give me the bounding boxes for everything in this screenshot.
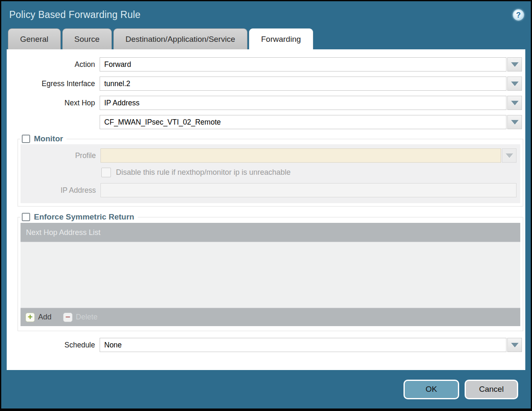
schedule-dropdown-button[interactable] (507, 338, 522, 352)
profile-label: Profile (21, 151, 96, 160)
dialog-titlebar: Policy Based Forwarding Rule ? (1, 1, 531, 28)
monitor-ip-address-combo (100, 183, 517, 197)
action-input[interactable] (100, 57, 506, 71)
minus-icon: − (63, 313, 72, 322)
chevron-down-icon (511, 101, 519, 105)
disable-rule-checkbox (101, 168, 111, 177)
profile-dropdown-button (502, 148, 517, 163)
profile-row: Profile (21, 148, 517, 163)
help-icon[interactable]: ? (513, 9, 524, 20)
monitor-ip-address-label: IP Address (21, 186, 96, 195)
monitor-legend: Monitor (21, 134, 67, 143)
delete-button-label: Delete (76, 313, 98, 322)
next-hop-combo (100, 96, 522, 110)
cancel-button[interactable]: Cancel (465, 380, 518, 399)
delete-button: − Delete (63, 313, 98, 322)
tab-source[interactable]: Source (62, 28, 112, 49)
next-hop-address-combo (100, 115, 522, 129)
add-button[interactable]: + Add (26, 313, 51, 322)
tab-destination-application-service[interactable]: Destination/Application/Service (113, 28, 247, 49)
profile-combo (100, 148, 517, 163)
symmetric-return-group: Enforce Symmetric Return Next Hop Addres… (18, 212, 523, 331)
symmetric-return-legend-label: Enforce Symmetric Return (34, 212, 134, 222)
schedule-row: Schedule (7, 338, 522, 352)
chevron-down-icon (511, 343, 519, 347)
next-hop-address-row (7, 115, 522, 129)
chevron-down-icon (511, 62, 519, 67)
schedule-label: Schedule (7, 341, 95, 350)
action-label: Action (7, 60, 95, 69)
table-header-next-hop-address-list: Next Hop Address List (21, 223, 520, 242)
action-combo (100, 57, 522, 71)
monitor-ip-address-input (100, 183, 517, 197)
monitor-legend-label: Monitor (34, 134, 63, 143)
forwarding-tab-panel: Action Egress Interface Next Hop (7, 49, 525, 370)
disable-rule-label: Disable this rule if nexthop/monitor ip … (116, 168, 290, 177)
enforce-symmetric-return-checkbox[interactable] (22, 213, 30, 221)
dialog-footer: OK Cancel (1, 370, 531, 408)
next-hop-dropdown-button[interactable] (507, 96, 522, 110)
table-toolbar: + Add − Delete (21, 308, 520, 326)
tab-general[interactable]: General (8, 28, 61, 49)
next-hop-label: Next Hop (7, 99, 95, 107)
chevron-down-icon (506, 153, 513, 158)
dialog-title: Policy Based Forwarding Rule (9, 9, 141, 20)
tab-bar: General Source Destination/Application/S… (1, 28, 531, 49)
schedule-input[interactable] (100, 338, 506, 352)
monitor-fields: Profile Disable this rule if nexthop/mon… (21, 144, 520, 203)
chevron-down-icon (511, 82, 519, 86)
symmetric-return-legend: Enforce Symmetric Return (21, 212, 138, 222)
disable-rule-row: Disable this rule if nexthop/monitor ip … (21, 168, 520, 177)
tab-forwarding[interactable]: Forwarding (249, 28, 313, 49)
monitor-checkbox[interactable] (22, 135, 30, 143)
add-button-label: Add (38, 313, 51, 322)
profile-input (100, 148, 501, 163)
plus-icon: + (26, 313, 35, 322)
monitor-group: Monitor Profile Disable this rule if nex… (18, 134, 523, 207)
egress-interface-input[interactable] (100, 77, 506, 91)
next-hop-address-dropdown-button[interactable] (507, 115, 522, 129)
next-hop-address-table-body[interactable] (21, 242, 520, 308)
ok-button[interactable]: OK (403, 380, 459, 399)
egress-interface-combo (100, 77, 522, 91)
chevron-down-icon (511, 120, 519, 125)
action-row: Action (7, 57, 522, 71)
monitor-ip-address-row: IP Address (21, 183, 517, 197)
egress-interface-row: Egress Interface (7, 77, 522, 91)
action-dropdown-button[interactable] (507, 57, 522, 71)
next-hop-row: Next Hop (7, 96, 522, 110)
egress-interface-label: Egress Interface (7, 79, 95, 88)
egress-interface-dropdown-button[interactable] (507, 77, 522, 91)
schedule-combo (100, 338, 522, 352)
next-hop-type-input[interactable] (100, 96, 506, 110)
next-hop-address-input[interactable] (100, 115, 506, 129)
next-hop-address-table: Next Hop Address List + Add − Delete (21, 223, 520, 326)
pbf-rule-dialog: Policy Based Forwarding Rule ? General S… (0, 0, 532, 411)
